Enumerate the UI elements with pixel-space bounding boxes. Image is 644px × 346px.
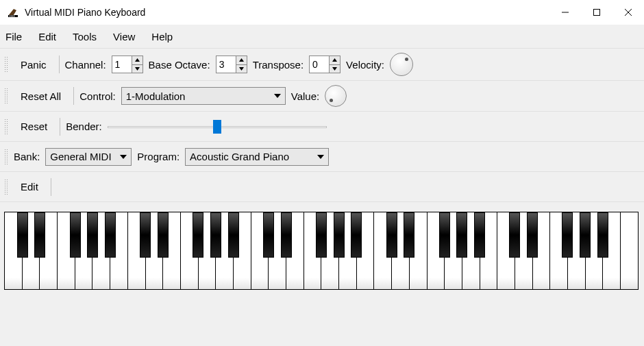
black-key[interactable] bbox=[34, 212, 45, 258]
base-octave-input[interactable] bbox=[216, 56, 236, 73]
piano-keyboard bbox=[4, 212, 639, 290]
separator bbox=[73, 87, 74, 105]
bank-value: General MIDI bbox=[50, 151, 111, 162]
black-key[interactable] bbox=[316, 212, 327, 258]
close-button[interactable] bbox=[612, 2, 644, 23]
black-key[interactable] bbox=[580, 212, 591, 258]
svg-marker-9 bbox=[135, 58, 140, 62]
base-octave-up-icon[interactable] bbox=[236, 56, 247, 65]
minimize-button[interactable] bbox=[549, 2, 581, 23]
black-key[interactable] bbox=[105, 212, 116, 258]
separator bbox=[51, 178, 51, 196]
program-value: Acoustic Grand Piano bbox=[190, 151, 289, 162]
value-knob[interactable] bbox=[325, 85, 347, 107]
transpose-input[interactable] bbox=[310, 56, 329, 73]
maximize-button[interactable] bbox=[581, 2, 612, 23]
black-key[interactable] bbox=[509, 212, 520, 258]
base-octave-spinbox[interactable] bbox=[216, 55, 247, 73]
svg-marker-13 bbox=[332, 58, 337, 62]
svg-marker-16 bbox=[120, 155, 127, 159]
panic-button[interactable]: Panic bbox=[14, 56, 53, 73]
grip-icon[interactable] bbox=[4, 149, 8, 165]
bender-slider[interactable] bbox=[108, 120, 327, 134]
menu-view[interactable]: View bbox=[113, 31, 135, 42]
bender-label: Bender: bbox=[66, 121, 102, 132]
transpose-label: Transpose: bbox=[253, 59, 304, 71]
black-key[interactable] bbox=[70, 212, 81, 258]
control-value: 1-Modulation bbox=[126, 90, 186, 102]
value-label: Value: bbox=[291, 90, 319, 102]
velocity-label: Velocity: bbox=[346, 59, 384, 71]
base-octave-label: Base Octave: bbox=[149, 59, 210, 71]
window-title: Virtual MIDI Piano Keyboard bbox=[25, 7, 549, 18]
slider-thumb[interactable] bbox=[213, 120, 221, 134]
black-key[interactable] bbox=[281, 212, 292, 258]
channel-spinbox[interactable] bbox=[112, 55, 143, 73]
channel-input[interactable] bbox=[112, 56, 132, 73]
svg-marker-12 bbox=[239, 67, 244, 71]
svg-marker-17 bbox=[317, 155, 324, 159]
svg-marker-15 bbox=[274, 94, 281, 98]
black-key[interactable] bbox=[158, 212, 169, 258]
transpose-up-icon[interactable] bbox=[330, 56, 340, 65]
bank-label: Bank: bbox=[14, 151, 40, 162]
reset-button[interactable]: Reset bbox=[14, 118, 54, 135]
edit-button[interactable]: Edit bbox=[14, 178, 45, 195]
black-key[interactable] bbox=[17, 212, 28, 258]
toolbar-row-3: Reset Bender: bbox=[0, 112, 644, 142]
svg-marker-14 bbox=[332, 67, 337, 71]
grip-icon[interactable] bbox=[4, 56, 8, 73]
base-octave-down-icon[interactable] bbox=[236, 65, 247, 73]
reset-all-button[interactable]: Reset All bbox=[14, 88, 68, 105]
black-key[interactable] bbox=[527, 212, 538, 258]
svg-rect-3 bbox=[12, 16, 13, 17]
black-key[interactable] bbox=[334, 212, 345, 258]
channel-down-icon[interactable] bbox=[132, 65, 143, 73]
transpose-spinbox[interactable] bbox=[309, 55, 340, 73]
menu-edit[interactable]: Edit bbox=[38, 31, 56, 42]
program-dropdown[interactable]: Acoustic Grand Piano bbox=[185, 148, 329, 166]
black-key[interactable] bbox=[263, 212, 274, 258]
black-key[interactable] bbox=[351, 212, 362, 258]
piano-area bbox=[0, 202, 644, 294]
chevron-down-icon bbox=[120, 155, 127, 159]
menu-file[interactable]: File bbox=[5, 31, 22, 42]
window-controls bbox=[549, 2, 644, 23]
channel-up-icon[interactable] bbox=[132, 56, 143, 65]
black-key[interactable] bbox=[404, 212, 414, 258]
grip-icon[interactable] bbox=[4, 88, 8, 104]
svg-marker-10 bbox=[135, 67, 140, 71]
control-dropdown[interactable]: 1-Modulation bbox=[121, 87, 286, 105]
black-key[interactable] bbox=[597, 212, 608, 258]
grip-icon[interactable] bbox=[4, 119, 8, 135]
title-bar: Virtual MIDI Piano Keyboard bbox=[0, 0, 644, 25]
toolbar-row-5: Edit bbox=[0, 172, 644, 202]
transpose-down-icon[interactable] bbox=[330, 65, 340, 73]
black-key[interactable] bbox=[228, 212, 239, 258]
svg-rect-1 bbox=[10, 16, 10, 17]
menu-bar: File Edit Tools View Help bbox=[0, 25, 644, 48]
grip-icon[interactable] bbox=[4, 179, 8, 195]
chevron-down-icon bbox=[274, 94, 281, 98]
menu-tools[interactable]: Tools bbox=[73, 31, 97, 42]
bank-dropdown[interactable]: General MIDI bbox=[45, 148, 132, 166]
toolbar-row-1: Panic Channel: Base Octave: Transpose: V… bbox=[0, 48, 644, 81]
menu-help[interactable]: Help bbox=[151, 31, 173, 42]
black-key[interactable] bbox=[210, 212, 221, 258]
black-key[interactable] bbox=[474, 212, 485, 258]
svg-rect-4 bbox=[14, 16, 14, 17]
black-key[interactable] bbox=[386, 212, 397, 258]
black-key[interactable] bbox=[456, 212, 467, 258]
toolbar-row-2: Reset All Control: 1-Modulation Value: bbox=[0, 81, 644, 112]
app-icon bbox=[7, 6, 19, 18]
velocity-knob[interactable] bbox=[390, 53, 413, 76]
black-key[interactable] bbox=[193, 212, 203, 258]
chevron-down-icon bbox=[317, 155, 324, 159]
svg-rect-6 bbox=[594, 10, 600, 16]
black-key[interactable] bbox=[562, 212, 573, 258]
black-key[interactable] bbox=[87, 212, 98, 258]
channel-label: Channel: bbox=[65, 59, 106, 71]
black-key[interactable] bbox=[140, 212, 151, 258]
separator bbox=[60, 118, 60, 136]
black-key[interactable] bbox=[439, 212, 450, 258]
